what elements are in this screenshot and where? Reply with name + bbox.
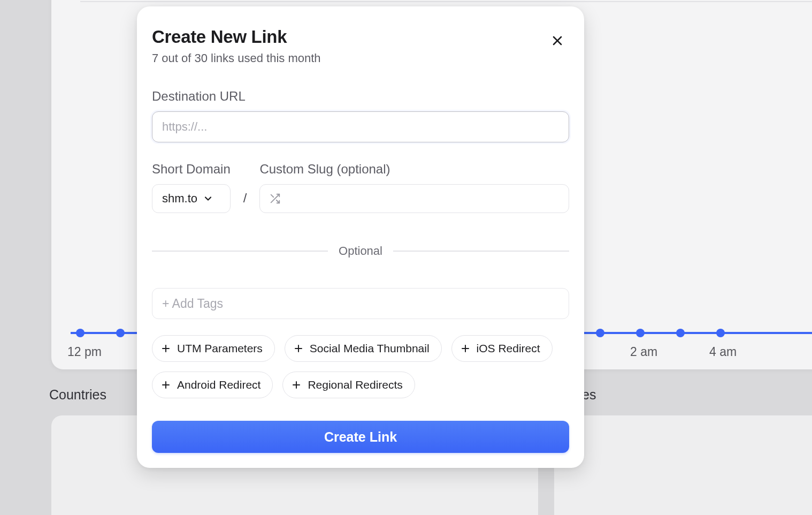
chip-label: Regional Redirects xyxy=(308,378,402,391)
destination-url-input[interactable] xyxy=(152,111,569,142)
x-tick-label: 12 pm xyxy=(67,345,102,359)
tags-input[interactable] xyxy=(152,288,569,319)
plus-icon xyxy=(294,344,303,353)
optional-divider: Optional xyxy=(152,244,569,258)
plus-icon xyxy=(161,344,171,353)
close-button[interactable] xyxy=(547,30,568,51)
chevron-down-icon xyxy=(203,193,213,204)
social-thumbnail-chip[interactable]: Social Media Thumbnail xyxy=(285,335,442,362)
utm-parameters-chip[interactable]: UTM Parameters xyxy=(152,335,275,362)
close-icon xyxy=(551,34,564,47)
chip-label: iOS Redirect xyxy=(477,342,540,355)
create-link-label: Create Link xyxy=(324,429,397,444)
optional-label: Optional xyxy=(339,244,382,258)
svg-point-2 xyxy=(116,329,125,337)
short-domain-label: Short Domain xyxy=(152,162,231,177)
custom-slug-label: Custom Slug (optional) xyxy=(259,162,569,177)
modal-subtitle: 7 out of 30 links used this month xyxy=(152,51,569,65)
android-redirect-chip[interactable]: Android Redirect xyxy=(152,372,273,398)
x-tick-label: 2 am xyxy=(630,345,657,359)
svg-point-3 xyxy=(596,329,604,337)
chip-label: Android Redirect xyxy=(177,378,261,391)
x-tick-label: 4 am xyxy=(709,345,737,359)
svg-point-4 xyxy=(636,329,645,337)
svg-point-1 xyxy=(76,329,85,337)
short-domain-value: shm.to xyxy=(162,192,197,206)
plus-icon xyxy=(461,344,470,353)
section-heading-countries: Countries xyxy=(49,387,106,403)
domain-slug-separator: / xyxy=(243,191,247,213)
svg-point-5 xyxy=(676,329,685,337)
create-link-modal: Create New Link 7 out of 30 links used t… xyxy=(137,6,584,468)
chip-label: Social Media Thumbnail xyxy=(310,342,430,355)
custom-slug-input[interactable] xyxy=(259,184,569,213)
plus-icon xyxy=(161,380,171,390)
create-link-button[interactable]: Create Link xyxy=(152,421,569,453)
svg-line-11 xyxy=(271,195,274,198)
chip-label: UTM Parameters xyxy=(177,342,263,355)
svg-point-6 xyxy=(716,329,725,337)
destination-url-label: Destination URL xyxy=(152,89,569,104)
optional-features: UTM Parameters Social Media Thumbnail iO… xyxy=(152,335,569,398)
ios-redirect-chip[interactable]: iOS Redirect xyxy=(451,335,553,362)
plus-icon xyxy=(292,380,301,390)
panel-other xyxy=(554,415,812,515)
short-domain-select[interactable]: shm.to xyxy=(152,184,231,213)
shuffle-icon xyxy=(269,193,281,205)
modal-title: Create New Link xyxy=(152,27,569,47)
chart-top-rule xyxy=(80,1,812,2)
regional-redirects-chip[interactable]: Regional Redirects xyxy=(282,372,415,398)
